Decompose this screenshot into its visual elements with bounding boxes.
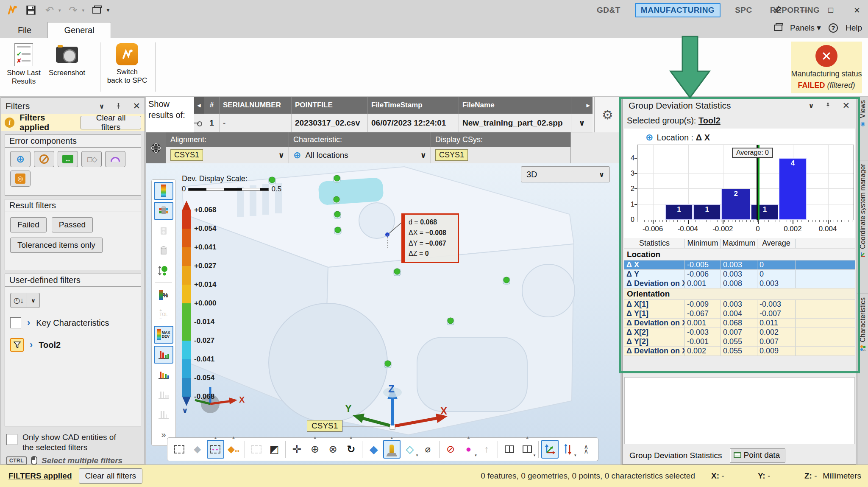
probe-view-icon[interactable]: ▲ (383, 440, 401, 459)
csys-label-tag[interactable]: CSYS1 (307, 420, 342, 432)
tab-general[interactable]: General (47, 22, 111, 38)
mode-tab-spc[interactable]: SPC (732, 4, 756, 17)
display-csys-field[interactable]: CSYS1 (431, 147, 570, 163)
workspace-dropdown-icon[interactable]: ▼ (106, 7, 111, 13)
switch-back-to-spc-button[interactable]: Switch back to SPC (107, 41, 147, 93)
max-deviation-icon[interactable]: MAXDEV (154, 326, 173, 344)
report-snapshot-icon[interactable] (501, 440, 518, 459)
close-stats-panel-icon[interactable]: ✕ (842, 101, 850, 111)
wireframe-view-icon[interactable]: ◇▾ (401, 440, 419, 459)
close-panel-icon[interactable]: ✕ (133, 101, 140, 111)
screenshot-button[interactable]: Screenshot (47, 41, 87, 93)
side-tab-views[interactable]: Views ◉ (857, 97, 868, 160)
stats-row[interactable]: Δ Deviation on XY0.0010.0080.003 (624, 279, 855, 288)
fly-through-icon[interactable]: ↻▲ (342, 440, 360, 459)
collapse-stats-panel-icon[interactable]: ∨ (808, 102, 814, 110)
histogram-color-icon[interactable] (154, 366, 173, 383)
pin-panel-icon[interactable] (115, 101, 122, 111)
histogram-bar[interactable]: 1 (665, 204, 693, 220)
mode-tab-manufacturing[interactable]: MANUFACTURING (635, 3, 721, 17)
histogram-deviations-icon[interactable] (154, 346, 173, 364)
redo-icon[interactable]: ↷ (67, 4, 80, 17)
expand-item-icon[interactable]: › (27, 317, 30, 328)
col-pointfile[interactable]: POINTFILE (292, 97, 368, 114)
only-cad-entities-checkbox[interactable] (6, 434, 17, 445)
mode-tab-gd-t[interactable]: GD&T (593, 4, 624, 17)
plain-cylinder-icon[interactable] (154, 242, 173, 260)
close-button[interactable]: ✕ (852, 6, 862, 15)
redo-dropdown-icon[interactable]: ▾ (82, 8, 85, 13)
characteristic-chevron-icon[interactable]: ∨ (420, 151, 426, 160)
layout-split-icon[interactable]: ▾▲ (519, 440, 536, 459)
point-display-icon[interactable]: ●▾▲ (460, 440, 477, 459)
point-size-icon[interactable] (154, 262, 173, 280)
expand-item-icon[interactable]: › (30, 339, 33, 350)
collapse-panel-icon[interactable]: ∨ (99, 102, 104, 110)
filter-profile-icon[interactable] (105, 151, 125, 167)
help-menu[interactable]: Help (846, 23, 862, 33)
stats-row[interactable]: Δ X[1]-0.0090.003-0.003 (624, 300, 855, 309)
select-points-icon[interactable]: ▲ (207, 440, 224, 459)
scroll-left-icon[interactable]: ◀ (194, 97, 204, 114)
stats-row[interactable]: Δ Y-0.0060.0030 (624, 270, 855, 279)
save-icon[interactable] (25, 4, 37, 17)
stats-row[interactable]: Δ X-0.0050.0030 (624, 260, 855, 270)
axis-settings-icon[interactable]: ▾ (559, 440, 577, 459)
zoom-in-icon[interactable]: ⊕▲ (306, 440, 324, 459)
sort-dropdown-icon[interactable]: ∨ (27, 293, 40, 308)
pan-icon[interactable]: ✛ (288, 440, 306, 459)
select-elements-icon[interactable]: ◆●●▲ (225, 440, 242, 459)
side-tab-characteristics[interactable]: Characteristics (857, 294, 868, 385)
view-mode-dropdown[interactable]: 3D ∨ (521, 166, 610, 182)
tolerance-scale-icon[interactable]: +TOL− (154, 306, 173, 324)
hide-points-icon[interactable]: ⊘ (442, 440, 459, 459)
pin-stats-panel-icon[interactable] (825, 101, 831, 111)
histogram-gray-icon[interactable] (154, 386, 173, 403)
filter-form-icon[interactable]: ◻◇ (81, 151, 102, 167)
histogram-gray2-icon[interactable] (154, 406, 173, 423)
selected-groups-value[interactable]: Tool2 (698, 116, 721, 125)
alignment-chevron-icon[interactable]: ∨ (278, 151, 284, 160)
paste-selection-icon[interactable] (248, 440, 265, 459)
select-surface-icon[interactable]: ◆ (189, 440, 206, 459)
stats-row[interactable]: Δ Y[1]-0.0670.004-0.007 (624, 309, 855, 319)
show-last-results-button[interactable]: ✔✘ Show Last Results (3, 41, 44, 93)
failed-filter-button[interactable]: Failed (10, 217, 47, 232)
sort-filters-button[interactable]: ◷↓ (10, 293, 27, 308)
stats-row[interactable]: Δ Deviation on XY[1]0.0010.0680.011 (624, 319, 855, 328)
tab-point-data[interactable]: Point data (730, 448, 786, 463)
tab-group-deviation-statistics[interactable]: Group Deviation Statistics (626, 448, 726, 463)
col-filetimestamp[interactable]: FileTimeStamp (368, 97, 459, 114)
undo-icon[interactable]: ↶ (43, 4, 56, 17)
statusbar-clear-filters-button[interactable]: Clear all filters (79, 468, 142, 484)
key-characteristics-checkbox[interactable] (10, 317, 21, 328)
filter-orientation-icon[interactable] (34, 151, 54, 167)
stats-row[interactable]: Δ Y[2]-0.0010.0550.007 (624, 337, 855, 347)
scroll-right-icon[interactable]: ▶ (571, 97, 593, 114)
stats-row[interactable]: Δ Deviation on XY[2]0.0020.0550.009 (624, 347, 855, 356)
lift-probe-icon[interactable]: ↑ (478, 440, 495, 459)
select-rectangle-icon[interactable] (171, 440, 188, 459)
view-mode-chevron-icon[interactable]: ∨ (599, 171, 604, 179)
maximize-button[interactable]: □ (826, 6, 836, 15)
clear-all-filters-button[interactable]: Clear all filters (81, 116, 141, 129)
filter-runout-icon[interactable]: ◎ (10, 171, 31, 187)
filter-item-tool2[interactable]: › Tool2 (10, 338, 141, 352)
record-dropdown-icon[interactable]: ∨ (571, 114, 593, 132)
histogram-bar[interactable]: 1 (751, 204, 778, 220)
zoom-out-icon[interactable]: ⊗ (324, 440, 342, 459)
tab-file[interactable]: File (5, 22, 44, 38)
show-axes-icon[interactable] (541, 440, 559, 459)
filter-item-key-characteristics[interactable]: › Key Characteristics (10, 316, 141, 330)
workspace-icon[interactable] (90, 4, 103, 17)
minimize-button[interactable]: — (799, 6, 810, 15)
characteristic-dropdown[interactable]: ⊕ All locations ∨ (289, 147, 431, 163)
color-scale-icon[interactable] (154, 182, 173, 200)
passed-filter-button[interactable]: Passed (52, 217, 93, 232)
filter-size-icon[interactable]: ↔ (58, 151, 78, 167)
percent-scale-icon[interactable]: % (154, 286, 173, 304)
statusbar-filters-applied[interactable]: FILTERS applied (8, 471, 72, 481)
filter-location-icon[interactable]: ⊕ (10, 151, 31, 167)
histogram-plot-area[interactable]: 11214Average: 0 (637, 145, 854, 220)
collapse-toolbar-icon[interactable]: ∧∧ (578, 440, 595, 459)
